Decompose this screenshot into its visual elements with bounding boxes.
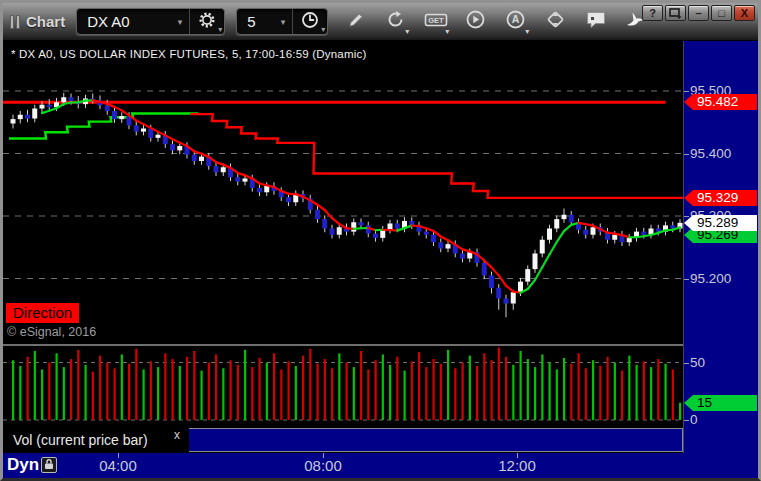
ma-line-segment [644, 235, 651, 236]
alerts-button[interactable]: A ▾ [504, 10, 527, 33]
minimize-button[interactable]: – [688, 5, 709, 21]
candlestick [322, 219, 327, 228]
time-tick-label: 08:00 [304, 453, 342, 478]
volume-bar [628, 356, 630, 420]
ma-line-segment [325, 210, 332, 218]
ma-line-segment [542, 255, 549, 268]
window-title: Chart [10, 13, 65, 30]
candlestick [627, 238, 632, 242]
volume-bar [447, 350, 449, 420]
reload-button[interactable]: ▾ [384, 10, 407, 33]
volume-chart[interactable] [3, 346, 683, 428]
volume-bar [657, 359, 659, 420]
volume-tick-label: 50 [690, 355, 705, 371]
volume-bar [614, 363, 616, 421]
volume-bar [549, 363, 551, 421]
volume-bar [237, 365, 239, 420]
ma-line-segment [173, 139, 180, 143]
volume-bar [164, 353, 166, 420]
volume-bar [520, 351, 522, 420]
window-controls: ? – □ X [642, 5, 755, 21]
volume-bar [375, 360, 377, 420]
symbol-dropdown[interactable]: DX A0 ▾ [77, 9, 189, 34]
chevron-down-icon: ▾ [178, 17, 183, 27]
volume-bar [288, 361, 290, 420]
ma-line-segment [245, 175, 252, 178]
volume-bar [128, 364, 130, 420]
ma-line-segment [42, 111, 49, 113]
candlestick [540, 240, 545, 254]
time-axis[interactable]: Dyn 04:0008:0012:00 [3, 453, 758, 478]
candlestick [177, 146, 182, 150]
maximize-button[interactable]: □ [711, 5, 732, 21]
ma-line-segment [615, 234, 622, 236]
chevron-down-icon: ▾ [445, 27, 449, 36]
volume-bar [599, 366, 601, 420]
share-button[interactable] [544, 10, 567, 33]
candlestick [264, 186, 269, 192]
volume-bar [367, 369, 369, 420]
price-tag: 95.289 [693, 215, 757, 231]
lock-button[interactable] [41, 457, 57, 473]
get-data-button[interactable]: GET ▾ [424, 10, 447, 33]
close-button[interactable]: X [734, 5, 755, 21]
volume-bar [418, 352, 420, 420]
interval-settings-button[interactable]: ▾ [292, 9, 327, 34]
interval-group: 5 ▾ ▾ [236, 8, 328, 35]
window-title-label: Chart [26, 13, 65, 30]
price-chart[interactable] [3, 41, 683, 344]
volume-bar [621, 371, 623, 420]
candlestick [583, 230, 588, 235]
volume-bar [498, 348, 500, 420]
play-button[interactable] [464, 10, 487, 33]
volume-bar [512, 365, 514, 420]
candlestick [373, 234, 378, 238]
volume-bar [19, 366, 21, 420]
clock-icon [301, 11, 319, 33]
window-menu-button[interactable] [665, 5, 686, 21]
volume-bar [106, 363, 108, 421]
volume-bar [570, 364, 572, 420]
time-tick-label: 12:00 [498, 453, 536, 478]
refresh-icon [385, 9, 406, 34]
price-axis[interactable]: 95.50095.40095.30095.20050095.48295.3299… [683, 41, 758, 453]
svg-text:GET: GET [428, 16, 444, 25]
close-icon[interactable]: x [174, 429, 180, 441]
volume-bar [77, 350, 79, 420]
candlestick [170, 144, 175, 150]
symbol-settings-button[interactable]: ▾ [189, 9, 224, 34]
volume-bar [70, 359, 72, 420]
speech-bubble-icon [585, 9, 607, 34]
draw-pencil-button[interactable] [344, 10, 367, 33]
volume-bar [585, 368, 587, 420]
volume-bar [186, 357, 188, 420]
volume-bar [114, 368, 116, 420]
volume-bar [143, 369, 145, 420]
ma-line-segment [557, 231, 564, 242]
time-tick-label: 04:00 [99, 453, 137, 478]
volume-bar [346, 363, 348, 421]
candlestick [460, 254, 465, 259]
interval-dropdown[interactable]: 5 ▾ [237, 9, 292, 34]
price-tick-label: 95.400 [690, 146, 731, 162]
candlestick [25, 115, 30, 119]
candlestick [32, 109, 37, 119]
help-button[interactable]: ? [642, 5, 663, 21]
chevron-down-icon: ▾ [218, 25, 222, 34]
volume-bar [266, 363, 268, 421]
volume-tab[interactable]: Vol (current price bar) [13, 428, 148, 453]
ma-line-segment [513, 292, 520, 293]
chart-symbol-title: * DX A0, US DOLLAR INDEX FUTURES, 5, 17:… [11, 48, 366, 60]
candlestick [214, 166, 219, 172]
price-tag: 95.329 [693, 190, 757, 206]
volume-bar [665, 364, 667, 420]
volume-bar [63, 367, 65, 420]
volume-bar [672, 369, 674, 420]
dynamic-mode-label: Dyn [7, 453, 39, 478]
chevron-down-icon: ▾ [281, 17, 286, 27]
volume-bar [157, 367, 159, 420]
volume-bar [208, 363, 210, 421]
volume-bar [389, 365, 391, 420]
candlestick [533, 254, 538, 270]
chat-button[interactable] [584, 10, 607, 33]
